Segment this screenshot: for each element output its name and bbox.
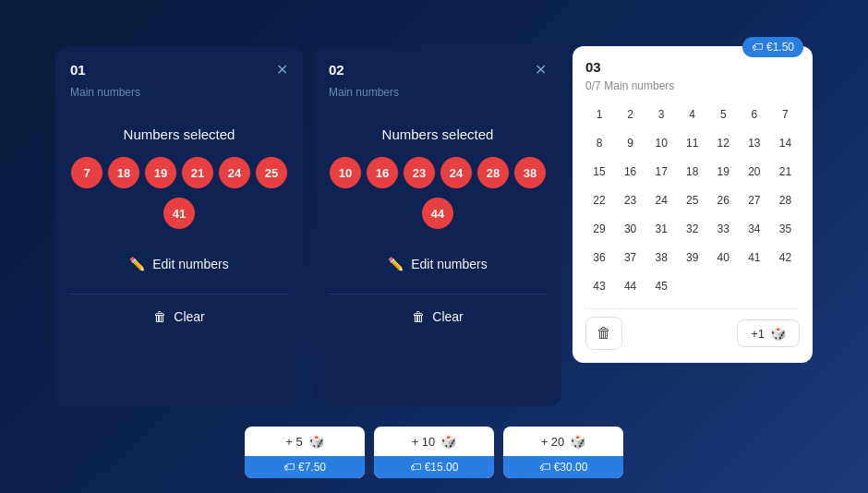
qp-count-10: + 10: [412, 435, 436, 449]
grid-cell-6[interactable]: 6: [741, 102, 768, 127]
quick-pick-5[interactable]: + 5 🎲 🏷 €7.50: [245, 427, 365, 478]
close-button-01[interactable]: ✕: [276, 61, 288, 78]
grid-cell-10[interactable]: 10: [647, 130, 675, 156]
grid-cell-24[interactable]: 24: [647, 187, 675, 213]
grid-cell-26[interactable]: 26: [709, 187, 737, 213]
grid-cell-36[interactable]: 36: [585, 245, 613, 271]
grid-cell-43[interactable]: 43: [585, 273, 613, 299]
grid-cell-19[interactable]: 19: [709, 159, 737, 185]
quick-pick-10[interactable]: + 10 🎲 🏷 €15.00: [374, 427, 494, 478]
grid-cell-35[interactable]: 35: [771, 216, 799, 242]
grid-cell-31[interactable]: 31: [647, 216, 675, 242]
grid-cell-14[interactable]: 14: [771, 130, 799, 156]
ticket-card-02: 02 ✕ Main numbers Numbers selected 10 16…: [314, 46, 561, 406]
numbers-selected-label-01: Numbers selected: [124, 126, 235, 142]
grid-cell-13[interactable]: 13: [741, 130, 768, 156]
ball-02-3: 23: [404, 157, 435, 188]
main-numbers-label-01: Main numbers: [70, 86, 288, 99]
grid-cell-42[interactable]: 42: [771, 245, 799, 271]
tag-icon-03: 🏷: [752, 41, 763, 54]
picker-progress-value: 0/7: [585, 79, 601, 92]
grid-cell-4[interactable]: 4: [679, 102, 706, 127]
grid-cell-21[interactable]: 21: [771, 159, 799, 185]
numbers-grid-01: 7 18 19 21 24 25: [70, 157, 288, 188]
grid-cell-11[interactable]: 11: [679, 130, 706, 156]
card-header-02: 02 ✕: [329, 61, 547, 78]
grid-cell-9[interactable]: 9: [617, 130, 645, 156]
qp-count-5: + 5: [285, 435, 302, 449]
grid-cell-45[interactable]: 45: [647, 273, 675, 299]
grid-cell-32[interactable]: 32: [679, 216, 706, 242]
numbers-grid-02-row2: 44: [329, 198, 547, 229]
ball-01-3: 19: [145, 157, 176, 188]
card-number-02: 02: [329, 62, 344, 78]
qp-price-val-20: €30.00: [554, 461, 588, 474]
clear-button-01[interactable]: 🗑 Clear: [153, 309, 204, 324]
grid-cell-30[interactable]: 30: [617, 216, 645, 242]
qp-price-20: 🏷 €30.00: [503, 456, 623, 478]
picker-trash-icon: 🗑: [597, 325, 611, 342]
edit-numbers-label-01: Edit numbers: [152, 257, 228, 271]
grid-cell-28[interactable]: 28: [771, 187, 799, 213]
grid-cell-22[interactable]: 22: [585, 187, 613, 213]
qp-top-5: + 5 🎲: [245, 427, 365, 456]
clear-label-01: Clear: [174, 309, 204, 324]
edit-icon-01: ✏️: [129, 257, 145, 271]
grid-cell-25[interactable]: 25: [679, 187, 706, 213]
price-badge-value: €1.50: [766, 41, 794, 54]
close-button-02[interactable]: ✕: [535, 61, 547, 78]
qp-price-val-10: €15.00: [425, 461, 459, 474]
ball-02-4: 24: [440, 157, 472, 188]
ball-02-1: 10: [330, 157, 361, 188]
grid-cell-20[interactable]: 20: [741, 159, 768, 185]
grid-cell-8[interactable]: 8: [585, 130, 613, 156]
grid-cell-2[interactable]: 2: [617, 102, 645, 127]
picker-card-number: 03: [585, 59, 601, 75]
grid-cell-3[interactable]: 3: [647, 102, 675, 127]
trash-icon-02: 🗑: [412, 309, 425, 324]
grid-cell-29[interactable]: 29: [585, 216, 613, 242]
grid-cell-34[interactable]: 34: [741, 216, 768, 242]
clear-button-02[interactable]: 🗑 Clear: [412, 309, 463, 324]
grid-cell-38[interactable]: 38: [647, 245, 675, 271]
picker-card-03: 🏷 €1.50 03 0/7 Main numbers 1 2 3 4 5 6 …: [573, 46, 813, 363]
main-numbers-label-02: Main numbers: [329, 86, 547, 99]
ball-01-1: 7: [71, 157, 102, 188]
grid-cell-41[interactable]: 41: [741, 245, 768, 271]
dice-icon: 🎲: [770, 326, 786, 341]
numbers-grid-02: 10 16 23 24 28 38: [329, 157, 547, 188]
edit-numbers-button-02[interactable]: ✏️ Edit numbers: [388, 257, 487, 271]
grid-cell-16[interactable]: 16: [617, 159, 645, 185]
edit-icon-02: ✏️: [388, 257, 404, 271]
ball-02-2: 16: [367, 157, 398, 188]
grid-cell-1[interactable]: 1: [585, 102, 613, 127]
picker-random-button[interactable]: +1 🎲: [737, 319, 800, 347]
grid-cell-5[interactable]: 5: [709, 102, 737, 127]
qp-top-10: + 10 🎲: [374, 427, 494, 456]
grid-cell-27[interactable]: 27: [741, 187, 768, 213]
ball-02-6: 38: [514, 157, 546, 188]
quick-pick-20[interactable]: + 20 🎲 🏷 €30.00: [503, 427, 623, 478]
grid-cell-40[interactable]: 40: [709, 245, 737, 271]
trash-icon-01: 🗑: [153, 309, 166, 324]
grid-cell-23[interactable]: 23: [617, 187, 645, 213]
grid-cell-33[interactable]: 33: [709, 216, 737, 242]
picker-random-label: +1: [751, 327, 765, 341]
picker-progress: 0/7 Main numbers: [585, 78, 800, 92]
grid-cell-7[interactable]: 7: [771, 102, 799, 127]
grid-cell-15[interactable]: 15: [585, 159, 613, 185]
grid-cell-44[interactable]: 44: [617, 273, 645, 299]
qp-price-val-5: €7.50: [298, 461, 326, 474]
grid-cell-39[interactable]: 39: [679, 245, 706, 271]
grid-cell-17[interactable]: 17: [647, 159, 675, 185]
price-badge-03: 🏷 €1.50: [742, 37, 803, 57]
grid-cell-18[interactable]: 18: [679, 159, 706, 185]
ball-01-4: 21: [182, 157, 213, 188]
qp-dice-5: 🎲: [308, 434, 324, 449]
qp-top-20: + 20 🎲: [503, 427, 623, 456]
picker-clear-button[interactable]: 🗑: [585, 317, 622, 350]
grid-cell-12[interactable]: 12: [709, 130, 737, 156]
edit-numbers-button-01[interactable]: ✏️ Edit numbers: [129, 257, 228, 271]
grid-cell-37[interactable]: 37: [617, 245, 645, 271]
qp-dice-10: 🎲: [440, 434, 456, 449]
